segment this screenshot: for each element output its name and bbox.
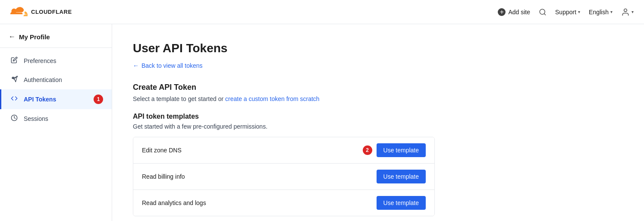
create-section-title: Create API Token <box>133 83 623 92</box>
support-chevron-icon: ▾ <box>578 9 580 14</box>
use-template-button-1[interactable]: Use template <box>377 143 426 157</box>
app-body: ← My Profile Preferences Au <box>0 24 644 221</box>
preferences-icon <box>10 57 19 65</box>
sidebar-item-preferences-label: Preferences <box>24 57 56 64</box>
support-button[interactable]: Support ▾ <box>555 9 580 16</box>
use-template-button-3[interactable]: Use template <box>377 196 426 210</box>
sidebar-back-button[interactable]: ← My Profile <box>0 24 112 48</box>
search-button[interactable] <box>539 8 547 16</box>
template-name: Read billing info <box>142 173 185 180</box>
template-name: Read analytics and logs <box>142 199 206 206</box>
create-desc-prefix: Select a template to get started or <box>133 95 225 102</box>
template-row-actions: Use template <box>377 170 426 183</box>
sidebar-item-api-tokens[interactable]: API Tokens 1 <box>0 89 112 109</box>
language-label: English <box>589 9 609 16</box>
template-row-actions: Use template <box>377 196 426 210</box>
language-button[interactable]: English ▾ <box>589 9 613 16</box>
sidebar-item-sessions[interactable]: Sessions <box>0 109 112 128</box>
table-row: Edit zone DNS 2 Use template <box>133 137 434 164</box>
user-icon <box>621 8 630 16</box>
template-row-actions: 2 Use template <box>363 143 426 157</box>
templates-table: Edit zone DNS 2 Use template Read billin… <box>133 137 435 216</box>
sidebar-item-sessions-label: Sessions <box>24 115 48 122</box>
table-row: Read analytics and logs Use template <box>133 190 434 216</box>
table-row: Read billing info Use template <box>133 164 434 190</box>
back-to-tokens-link[interactable]: ← Back to view all tokens <box>133 62 203 69</box>
svg-point-2 <box>624 9 627 12</box>
create-section-desc: Select a template to get started or crea… <box>133 95 623 102</box>
page-title: User API Tokens <box>133 41 623 55</box>
api-tokens-icon <box>10 95 19 104</box>
templates-section: API token templates Get started with a f… <box>133 113 623 216</box>
main-content: User API Tokens ← Back to view all token… <box>112 24 644 221</box>
templates-section-title: API token templates <box>133 113 623 120</box>
api-tokens-badge: 1 <box>94 95 103 104</box>
create-section: Create API Token Select a template to ge… <box>133 83 623 102</box>
use-template-button-2[interactable]: Use template <box>377 170 426 183</box>
search-icon <box>539 8 547 16</box>
authentication-icon <box>10 76 19 84</box>
add-site-label: Add site <box>508 9 530 16</box>
svg-line-1 <box>544 13 546 15</box>
add-site-icon: + <box>498 8 506 16</box>
custom-token-link[interactable]: create a custom token from scratch <box>225 95 320 102</box>
sidebar-item-authentication-label: Authentication <box>24 76 62 83</box>
language-chevron-icon: ▾ <box>610 9 613 14</box>
sidebar: ← My Profile Preferences Au <box>0 24 112 221</box>
add-site-button[interactable]: + Add site <box>498 8 530 16</box>
sidebar-item-preferences[interactable]: Preferences <box>0 51 112 70</box>
back-to-tokens-label: Back to view all tokens <box>141 62 203 69</box>
sidebar-back-label: My Profile <box>19 33 50 41</box>
user-menu-button[interactable]: ▾ <box>621 8 634 16</box>
sidebar-item-authentication[interactable]: Authentication <box>0 70 112 89</box>
sidebar-item-api-tokens-label: API Tokens <box>24 96 56 103</box>
back-arrow-icon: ← <box>9 33 16 41</box>
templates-section-desc: Get started with a few pre-configured pe… <box>133 123 623 130</box>
sidebar-nav: Preferences Authentication API Token <box>0 48 112 132</box>
user-chevron-icon: ▾ <box>631 9 634 14</box>
header-actions: + Add site Support ▾ English ▾ ▾ <box>498 8 634 16</box>
back-arrow-icon: ← <box>133 62 139 69</box>
template-name: Edit zone DNS <box>142 147 182 154</box>
logo-link[interactable]: CLOUDFLARE <box>10 6 72 18</box>
cloudflare-logo-icon <box>10 6 28 18</box>
sessions-icon <box>10 114 19 123</box>
support-label: Support <box>555 9 576 16</box>
header: CLOUDFLARE + Add site Support ▾ English … <box>0 0 644 24</box>
template-badge-2: 2 <box>363 145 372 155</box>
logo-text: CLOUDFLARE <box>31 9 72 15</box>
